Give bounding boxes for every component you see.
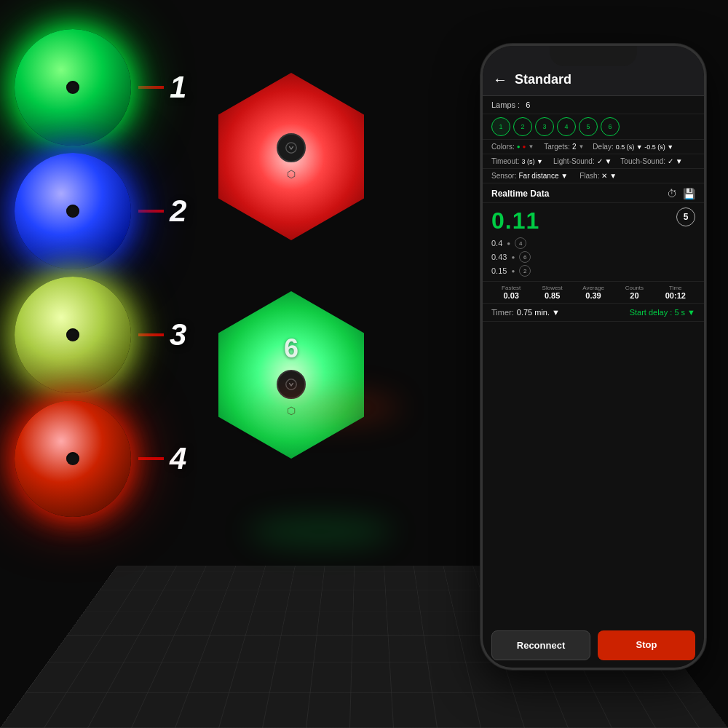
light-sound-config: Light-Sound: ✓ ▼: [553, 157, 612, 165]
ball-label-3: 3: [138, 317, 186, 352]
stat-average: Average 0.39: [574, 285, 613, 300]
data-row-3: 0.15 ● 2: [491, 265, 695, 277]
reconnect-button[interactable]: Reconnect: [491, 630, 590, 660]
lamp-icon-2[interactable]: 2: [513, 117, 532, 136]
data-rows: 0.4 ● 4 0.43 ● 6 0.15 ● 2: [483, 237, 704, 281]
main-realtime-value: 0.11: [491, 207, 539, 234]
ball-number-3: 3: [170, 317, 186, 352]
ball-blue: [15, 153, 131, 269]
delay-value: 0.5 (s) ▼ -0.5 (s) ▼: [616, 143, 673, 151]
flash-config: Flash: ✕ ▼: [579, 172, 617, 180]
label-dash-4: [138, 457, 164, 460]
lamp-icon-4[interactable]: 4: [557, 117, 576, 136]
timer-value[interactable]: 0.75 min. ▼: [517, 308, 560, 317]
timeout-value: 3 (s) ▼: [522, 158, 543, 165]
slowest-value: 0.85: [545, 291, 560, 300]
data-row-2: 0.43 ● 6: [491, 251, 695, 263]
light-sound-label: Light-Sound:: [553, 157, 595, 165]
touch-sound-value[interactable]: ✓ ▼: [668, 157, 683, 165]
colors-arrow[interactable]: ▼: [528, 143, 534, 150]
clock-icon[interactable]: ⏱: [667, 188, 677, 199]
fastest-label: Fastest: [502, 285, 521, 291]
sensor-value[interactable]: Far distance ▼: [518, 172, 568, 180]
save-icon[interactable]: 💾: [683, 188, 695, 199]
start-delay-label[interactable]: Start delay : 5 s ▼: [630, 308, 695, 317]
touch-sound-config: Touch-Sound: ✓ ▼: [620, 157, 682, 165]
ball-red: [15, 400, 131, 517]
phone-screen: ← Standard Lamps : 6 1 2 3 4 5 6: [483, 46, 704, 668]
realtime-icons: ⏱ 💾: [667, 188, 695, 199]
sub-num-1: 4: [515, 237, 526, 249]
ball-label-4: 4: [138, 441, 186, 476]
ball-label-1: 1: [138, 70, 186, 105]
lamp-icon-1[interactable]: 1: [491, 117, 510, 136]
back-button[interactable]: ←: [493, 71, 507, 88]
lamps-row: Lamps : 6: [483, 96, 704, 114]
stat-time: Time 00:12: [656, 285, 695, 300]
ball-number-1: 1: [170, 70, 186, 105]
dot-red: ●: [523, 143, 526, 150]
svg-point-0: [286, 143, 296, 153]
ball-center-dot-1: [66, 81, 79, 94]
time-label: Time: [669, 285, 681, 291]
ball-yellow: [15, 277, 131, 393]
hex-green-glow: [248, 517, 393, 546]
hex-logo-red: ⬡: [287, 168, 296, 180]
lamps-count: 6: [526, 100, 530, 109]
hexagon-red: ⬡: [218, 73, 364, 240]
colors-config: Colors: ● ● ▼: [491, 143, 534, 151]
label-dash-2: [138, 210, 164, 213]
main-badge: 5: [676, 207, 695, 226]
hex-inner-red: ⬡: [277, 133, 306, 180]
timer-row: Timer: 0.75 min. ▼ Start delay : 5 s ▼: [483, 304, 704, 322]
targets-arrow[interactable]: ▼: [578, 143, 584, 150]
sub-value-2: 0.43: [491, 253, 507, 261]
hex-button-red[interactable]: [277, 133, 306, 162]
lamp-icon-6[interactable]: 6: [601, 117, 620, 136]
stat-slowest: Slowest 0.85: [532, 285, 571, 300]
app-content: Lamps : 6 1 2 3 4 5 6 Colors: ●: [483, 96, 704, 668]
sub-value-3: 0.15: [491, 266, 507, 275]
delay-config: Delay: 0.5 (s) ▼ -0.5 (s) ▼: [593, 143, 673, 151]
sub-num-2: 6: [519, 251, 531, 263]
config-row-1: Colors: ● ● ▼ Targets: 2 ▼ Delay: 0.5 (s…: [483, 140, 704, 154]
phone-notch: [550, 46, 637, 66]
app-title: Standard: [515, 72, 571, 87]
realtime-title: Realtime Data: [491, 189, 549, 199]
targets-config: Targets: 2 ▼: [544, 143, 584, 151]
phone-frame: ← Standard Lamps : 6 1 2 3 4 5 6: [480, 44, 706, 670]
ball-center-dot-3: [66, 328, 79, 341]
timer-left: Timer: 0.75 min. ▼: [491, 308, 560, 317]
average-value: 0.39: [585, 291, 601, 300]
lamp-icon-5[interactable]: 5: [579, 117, 598, 136]
colors-label: Colors:: [491, 143, 515, 151]
hex-container-red: ⬡: [218, 73, 364, 240]
sub-dot-3: ●: [511, 268, 515, 274]
ball-green: [15, 29, 131, 146]
fastest-value: 0.03: [503, 291, 518, 300]
hexagons-section: ⬡ 6 ⬡: [218, 73, 364, 502]
ball-number-2: 2: [170, 194, 186, 229]
lamps-label: Lamps :: [491, 100, 520, 109]
sub-dot-2: ●: [511, 254, 515, 261]
time-value: 00:12: [665, 291, 686, 300]
targets-label: Targets:: [544, 143, 570, 151]
lamp-icon-3[interactable]: 3: [535, 117, 554, 136]
ball-item-3: 3: [15, 277, 186, 393]
light-sound-value[interactable]: ✓ ▼: [597, 157, 612, 165]
timeout-label: Timeout:: [491, 157, 520, 165]
stop-button[interactable]: Stop: [598, 630, 695, 660]
dot-green: ●: [517, 143, 521, 150]
stats-row: Fastest 0.03 Slowest 0.85 Average 0.39 C…: [483, 281, 704, 304]
sub-num-3: 2: [519, 265, 531, 277]
counts-value: 20: [630, 291, 638, 300]
flash-value[interactable]: ✕ ▼: [601, 172, 617, 180]
hex-red-glow: [255, 393, 400, 422]
slowest-label: Slowest: [542, 285, 563, 291]
data-first-row: 0.11 5: [483, 203, 704, 236]
sensor-label: Sensor:: [491, 172, 516, 180]
targets-value: 2: [572, 143, 577, 151]
lamp-icons-row: 1 2 3 4 5 6: [483, 114, 704, 140]
stat-fastest: Fastest 0.03: [491, 285, 531, 300]
ball-label-2: 2: [138, 194, 186, 229]
